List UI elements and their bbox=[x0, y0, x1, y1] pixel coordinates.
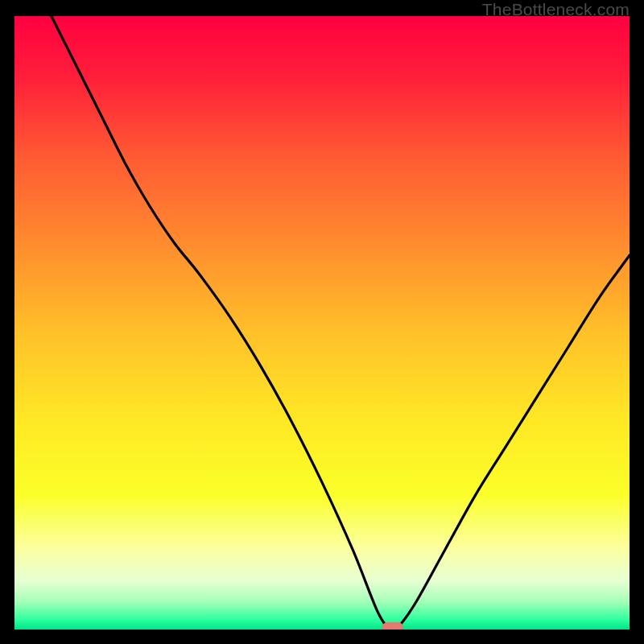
plot-area bbox=[14, 16, 630, 630]
watermark-text: TheBottleneck.com bbox=[482, 0, 630, 19]
optimal-marker bbox=[382, 622, 403, 630]
bottleneck-chart bbox=[14, 16, 630, 630]
chart-frame: TheBottleneck.com bbox=[0, 0, 644, 644]
gradient-background bbox=[14, 16, 630, 630]
